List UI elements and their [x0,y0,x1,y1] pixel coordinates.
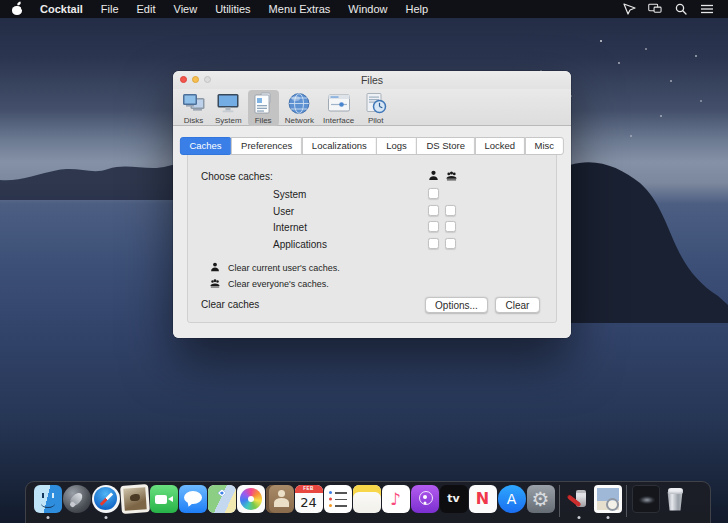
news-icon: N [469,485,497,513]
app-store-glyph: A [498,485,526,513]
apple-menu-icon[interactable] [12,3,23,15]
menu-list-icon[interactable] [700,2,714,16]
menu-item-utilities[interactable]: Utilities [206,0,259,18]
launchpad-icon [63,485,91,513]
tab-preferences[interactable]: Preferences [231,137,302,155]
running-indicator [606,516,609,519]
interface-icon [326,91,351,115]
news-glyph: N [469,485,497,513]
toolbar-item-disks[interactable]: Disks [178,90,209,126]
toolbar-item-system[interactable]: System [212,90,245,126]
menu-item-window[interactable]: Window [339,0,396,18]
music-note-glyph: ♪ [382,485,410,513]
dock-item-system-preferences[interactable]: ⚙ [526,485,555,518]
dock-item-contacts[interactable] [265,485,294,518]
dock-item-minimized-window[interactable] [631,485,660,518]
toolbar-label: Interface [323,116,354,125]
cliff-silhouette [570,153,728,323]
window-titlebar[interactable]: Files [173,71,571,89]
facetime-icon [150,485,178,513]
dock: FEB 24 ♪ tv N A ⚙ [25,481,711,523]
dock-item-music[interactable]: ♪ [381,485,410,518]
dock-item-reminders[interactable] [323,485,352,518]
menu-bar: Cocktail File Edit View Utilities Menu E… [0,0,728,18]
dock-item-messages[interactable] [178,485,207,518]
apple-logo-bite [21,6,25,10]
dock-item-mail[interactable] [120,485,149,518]
cache-row-internet-label: Internet [273,222,307,233]
menu-item-file[interactable]: File [92,0,128,18]
dock-item-trash[interactable] [660,485,689,518]
dock-item-cocktail[interactable] [564,485,593,518]
checkbox-system-user[interactable] [428,188,439,199]
dock-item-launchpad[interactable] [62,485,91,518]
toolbar-item-pilot[interactable]: Pilot [360,90,391,126]
toolbar-label: Files [255,116,272,125]
toolbar-item-files-selected[interactable]: Files [248,90,279,126]
running-indicator [577,516,580,519]
dock-item-photos[interactable] [236,485,265,518]
cache-row-system-label: System [273,189,306,200]
tab-logs[interactable]: Logs [376,137,417,155]
network-icon [287,91,312,115]
toolbar-label: Disks [184,116,204,125]
contacts-icon [266,485,294,513]
menu-item-view[interactable]: View [165,0,207,18]
checkbox-applications-user[interactable] [428,238,439,249]
tab-localizations[interactable]: Localizations [302,137,377,155]
dock-item-news[interactable]: N [468,485,497,518]
tab-caches[interactable]: Caches [179,137,231,155]
dock-item-preview[interactable] [593,485,622,518]
tab-ds-store[interactable]: DS Store [416,137,475,155]
tv-glyph: tv [440,485,468,513]
toolbar-label: Network [285,116,314,125]
dock-item-maps[interactable] [207,485,236,518]
toolbar-item-network[interactable]: Network [282,90,317,126]
dock-item-facetime[interactable] [149,485,178,518]
legend-everyone: Clear everyone's caches. [228,279,329,289]
apple-tv-icon: tv [440,485,468,513]
running-indicator [104,516,107,519]
displays-icon[interactable] [648,2,662,16]
messages-icon [179,485,207,513]
toolbar-label: Pilot [368,116,384,125]
checkbox-internet-user[interactable] [428,221,439,232]
checkbox-user-everyone[interactable] [445,205,456,216]
legend-current-user: Clear current user's caches. [228,263,340,273]
desktop: Cocktail File Edit View Utilities Menu E… [0,0,728,523]
current-user-icon [428,170,439,181]
dock-item-tv[interactable]: tv [439,485,468,518]
choose-caches-label: Choose caches: [201,171,273,182]
mail-icon [120,484,150,514]
disks-icon [181,91,206,115]
tab-bar: Caches Preferences Localizations Logs DS… [180,137,564,155]
menu-item-edit[interactable]: Edit [128,0,165,18]
options-button[interactable]: Options... [425,297,488,313]
menu-item-help[interactable]: Help [396,0,437,18]
menu-item-menu-extras[interactable]: Menu Extras [260,0,340,18]
caches-panel: Choose caches: System User Internet Appl… [187,145,557,323]
toolbar-item-interface[interactable]: Interface [320,90,357,126]
preview-icon [594,485,622,513]
current-user-icon [210,262,220,272]
checkbox-internet-everyone[interactable] [445,221,456,232]
window-toolbar: Disks System Files Network [173,89,571,126]
tab-misc[interactable]: Misc [525,137,565,155]
spotlight-search-icon[interactable] [674,2,688,16]
checkbox-applications-everyone[interactable] [445,238,456,249]
tab-locked[interactable]: Locked [474,137,525,155]
dock-item-finder[interactable] [33,485,62,518]
app-store-icon: A [498,485,526,513]
dock-item-safari[interactable] [91,485,120,518]
dock-item-notes[interactable] [352,485,381,518]
menu-item-cocktail[interactable]: Cocktail [31,0,92,18]
dock-item-app-store[interactable]: A [497,485,526,518]
reminders-icon [324,485,352,513]
dock-item-podcasts[interactable] [410,485,439,518]
clear-button[interactable]: Clear [495,297,540,313]
screen-share-icon[interactable] [622,2,636,16]
checkbox-user-user[interactable] [428,205,439,216]
cocktail-icon [565,485,593,513]
system-preferences-icon: ⚙ [527,485,555,513]
dock-item-calendar[interactable]: FEB 24 [294,485,323,518]
